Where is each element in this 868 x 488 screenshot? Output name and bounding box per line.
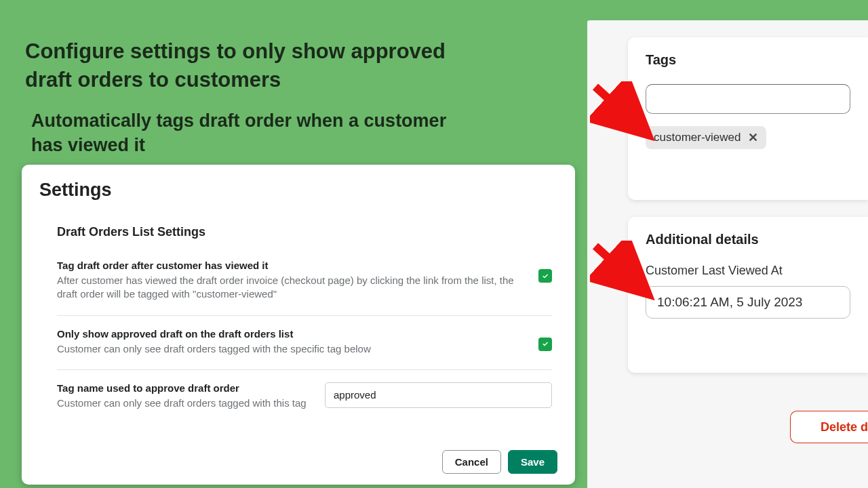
setting-label: Tag draft order after customer has viewe… xyxy=(57,260,522,271)
save-button[interactable]: Save xyxy=(508,450,557,474)
tag-name-input[interactable] xyxy=(325,382,552,408)
delete-button[interactable]: Delete d xyxy=(790,411,868,443)
settings-section-title: Draft Orders List Settings xyxy=(57,225,557,239)
details-field-label: Customer Last Viewed At xyxy=(646,264,850,278)
checkbox-tag-after-view[interactable] xyxy=(538,269,552,283)
marketing-subtitle: Automatically tags draft order when a cu… xyxy=(31,108,465,158)
setting-description: After customer has viewed the draft orde… xyxy=(57,274,522,302)
tag-chip-customer-viewed[interactable]: customer-viewed ✕ xyxy=(646,126,766,149)
cancel-button[interactable]: Cancel xyxy=(442,450,501,474)
close-icon[interactable]: ✕ xyxy=(748,130,758,145)
additional-details-card: Additional details Customer Last Viewed … xyxy=(628,217,868,373)
check-icon xyxy=(541,272,550,281)
details-heading: Additional details xyxy=(646,232,850,247)
setting-label: Only show approved draft on the draft or… xyxy=(57,328,522,340)
setting-row-tag-after-view: Tag draft order after customer has viewe… xyxy=(57,260,552,316)
tags-card: Tags customer-viewed ✕ xyxy=(628,37,868,200)
settings-title: Settings xyxy=(39,180,557,201)
marketing-title: Configure settings to only show approved… xyxy=(25,37,486,94)
tags-input[interactable] xyxy=(646,84,850,114)
tags-heading: Tags xyxy=(646,52,850,68)
setting-description: Customer can only see draft orders tagge… xyxy=(57,396,313,410)
setting-row-only-approved: Only show approved draft on the draft or… xyxy=(57,328,552,370)
setting-label: Tag name used to approve draft order xyxy=(57,382,313,394)
tag-chip-label: customer-viewed xyxy=(654,131,741,144)
setting-description: Customer can only see draft orders tagge… xyxy=(57,342,522,356)
settings-card: Settings Draft Orders List Settings Tag … xyxy=(22,165,575,485)
check-icon xyxy=(541,340,550,348)
details-field-value: 10:06:21 AM, 5 July 2023 xyxy=(646,286,850,319)
setting-row-tag-name: Tag name used to approve draft order Cus… xyxy=(57,382,552,410)
checkbox-only-approved[interactable] xyxy=(538,338,552,351)
